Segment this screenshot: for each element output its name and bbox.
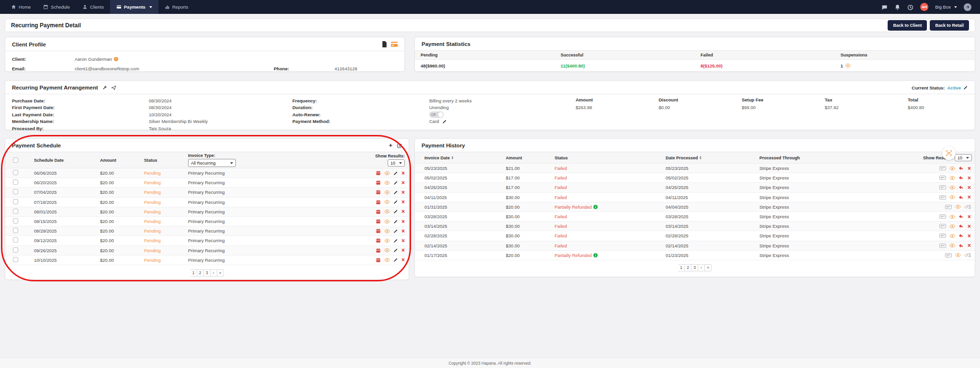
reschedule-calendar-icon[interactable] — [376, 228, 381, 234]
pagination-button[interactable]: » — [705, 264, 712, 271]
add-payment-icon[interactable]: + — [389, 143, 392, 148]
eye-icon[interactable] — [384, 181, 390, 185]
retry-payment-icon[interactable] — [958, 243, 964, 248]
reschedule-calendar-icon[interactable] — [376, 248, 381, 253]
pencil-icon[interactable] — [393, 171, 398, 176]
retry-payment-icon[interactable] — [958, 175, 964, 180]
row-checkbox[interactable] — [13, 237, 18, 243]
auto-renew-toggle[interactable]: Off — [429, 112, 444, 118]
reschedule-calendar-icon[interactable] — [376, 180, 381, 185]
eye-icon[interactable] — [949, 195, 955, 199]
card-badge-icon[interactable] — [939, 166, 946, 170]
card-badge-icon[interactable] — [939, 224, 946, 228]
delete-x-icon[interactable]: × — [401, 229, 405, 234]
logout-icon[interactable] — [964, 3, 971, 11]
info-icon[interactable] — [593, 253, 598, 257]
refund-refresh-icon[interactable]: ↺$ — [964, 204, 971, 210]
pencil-icon[interactable] — [393, 180, 398, 185]
pencil-icon[interactable] — [393, 190, 398, 195]
retry-payment-icon[interactable] — [958, 195, 964, 200]
row-checkbox[interactable] — [13, 209, 18, 214]
reschedule-calendar-icon[interactable] — [376, 257, 381, 263]
delete-x-icon[interactable]: × — [968, 185, 971, 190]
pagination-button[interactable]: 2 — [197, 269, 204, 277]
delete-x-icon[interactable]: × — [401, 248, 405, 253]
pagination-button[interactable]: 3 — [204, 269, 211, 277]
notes-icon[interactable] — [382, 41, 387, 47]
tools-icon[interactable] — [102, 85, 107, 90]
pagination-button[interactable]: › — [698, 264, 705, 271]
delete-x-icon[interactable]: × — [968, 176, 971, 180]
pencil-icon[interactable] — [963, 85, 968, 90]
row-checkbox[interactable] — [13, 170, 18, 175]
pencil-icon[interactable] — [393, 219, 398, 224]
clock-icon[interactable] — [907, 4, 913, 10]
delete-x-icon[interactable]: × — [401, 171, 405, 176]
card-badge-icon[interactable] — [939, 176, 946, 180]
nav-item-payments[interactable]: Payments — [110, 0, 158, 14]
chat-icon[interactable] — [881, 4, 888, 10]
pagination-button[interactable]: 2 — [685, 264, 691, 271]
eye-icon[interactable] — [845, 64, 851, 67]
pagination-button[interactable]: › — [211, 269, 217, 277]
row-checkbox[interactable] — [13, 218, 18, 223]
delete-x-icon[interactable]: × — [401, 180, 405, 185]
delete-x-icon[interactable]: × — [968, 214, 971, 219]
eye-icon[interactable] — [384, 171, 390, 175]
eye-icon[interactable] — [949, 215, 955, 219]
user-avatar[interactable]: AH — [920, 3, 928, 11]
delete-x-icon[interactable]: × — [968, 195, 971, 200]
info-icon[interactable] — [593, 205, 598, 209]
card-badge-icon[interactable] — [945, 253, 952, 257]
payment-card-icon[interactable] — [391, 41, 398, 47]
delete-x-icon[interactable]: × — [401, 200, 405, 204]
pagination-button[interactable]: » — [217, 269, 224, 277]
nav-item-clients[interactable]: Clients — [76, 0, 110, 14]
eye-icon[interactable] — [949, 167, 955, 170]
eye-icon[interactable] — [955, 253, 961, 257]
reschedule-calendar-icon[interactable] — [376, 170, 381, 176]
card-badge-icon[interactable] — [945, 205, 952, 209]
row-checkbox[interactable] — [13, 189, 18, 194]
reschedule-calendar-icon[interactable] — [376, 238, 381, 243]
pencil-icon[interactable] — [393, 248, 398, 253]
pencil-icon[interactable] — [393, 238, 398, 243]
pencil-icon[interactable] — [442, 119, 447, 124]
eye-icon[interactable] — [949, 224, 955, 228]
scan-receipt-icon[interactable] — [942, 146, 956, 160]
delete-x-icon[interactable]: × — [401, 190, 405, 195]
delete-x-icon[interactable]: × — [968, 166, 971, 171]
pagination-button[interactable]: 3 — [691, 264, 698, 271]
eye-icon[interactable] — [384, 229, 390, 233]
eye-icon[interactable] — [949, 234, 955, 238]
delete-x-icon[interactable]: × — [968, 224, 971, 229]
eye-icon[interactable] — [384, 210, 390, 213]
retry-payment-icon[interactable] — [958, 233, 964, 238]
bell-icon[interactable] — [894, 4, 901, 10]
pencil-icon[interactable] — [393, 229, 398, 234]
invoice-type-select[interactable]: All Recurring — [188, 159, 236, 167]
nav-item-schedule[interactable]: Schedule — [37, 0, 76, 14]
retry-payment-icon[interactable] — [958, 214, 964, 219]
invoice-date-header[interactable]: Invoice Date ▲▼ — [424, 156, 506, 160]
reschedule-calendar-icon[interactable] — [376, 219, 381, 224]
row-checkbox[interactable] — [13, 257, 18, 262]
eye-icon[interactable] — [949, 186, 955, 190]
pagination-button[interactable]: 1 — [678, 264, 685, 271]
eye-icon[interactable] — [384, 248, 390, 252]
retry-payment-icon[interactable] — [958, 185, 964, 190]
date-processed-header[interactable]: Date Processed ▲▼ — [666, 156, 759, 160]
pagination-button[interactable]: 1 — [190, 269, 197, 277]
delete-x-icon[interactable]: × — [401, 219, 405, 224]
nav-item-reports[interactable]: Reports — [158, 0, 194, 14]
show-results-select[interactable]: 10 — [955, 154, 972, 161]
alert-info-icon[interactable] — [114, 57, 118, 61]
eye-icon[interactable] — [384, 190, 390, 194]
pencil-icon[interactable] — [393, 257, 398, 262]
card-badge-icon[interactable] — [939, 234, 946, 238]
row-checkbox[interactable] — [13, 199, 18, 204]
show-results-select[interactable]: 10 — [388, 159, 405, 167]
delete-x-icon[interactable]: × — [401, 257, 405, 262]
eye-icon[interactable] — [949, 176, 955, 180]
eye-icon[interactable] — [384, 200, 390, 204]
